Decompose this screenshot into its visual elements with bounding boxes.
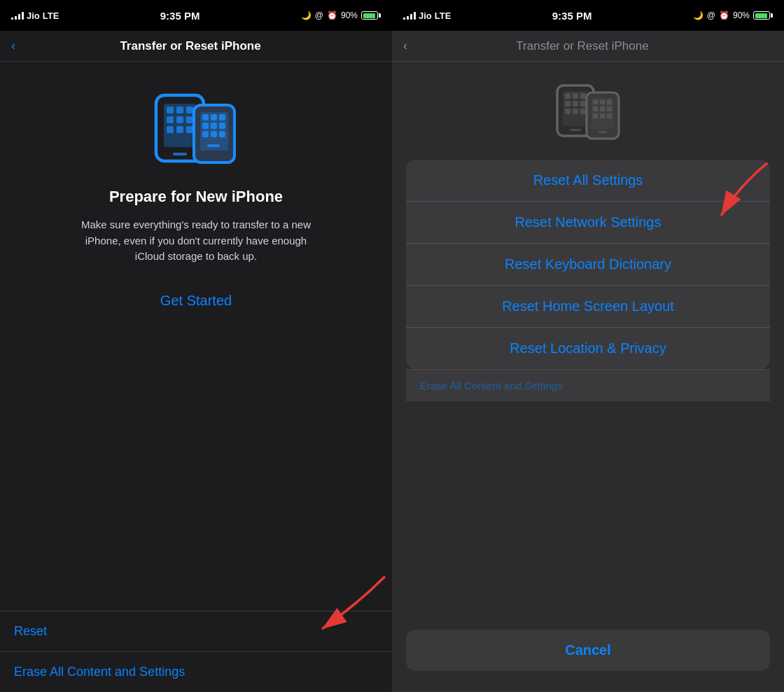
- cancel-button-container: Cancel: [392, 621, 784, 692]
- right-at-icon: @: [707, 11, 715, 20]
- svg-rect-48: [598, 131, 607, 133]
- svg-rect-7: [186, 116, 193, 123]
- reset-label[interactable]: Reset: [14, 624, 47, 639]
- svg-rect-15: [211, 114, 217, 120]
- svg-rect-9: [176, 126, 183, 133]
- reset-home-screen-layout-label: Reset Home Screen Layout: [502, 298, 674, 314]
- svg-rect-42: [593, 106, 598, 111]
- svg-rect-31: [573, 101, 578, 106]
- svg-rect-3: [176, 106, 183, 113]
- svg-rect-8: [167, 126, 174, 133]
- svg-rect-19: [219, 123, 225, 129]
- svg-rect-34: [573, 109, 578, 114]
- svg-rect-43: [600, 106, 605, 111]
- reset-home-screen-layout-item[interactable]: Reset Home Screen Layout: [406, 286, 770, 328]
- right-nav-bar: ‹ Transfer or Reset iPhone: [392, 31, 784, 62]
- left-panel: Jio LTE 9:35 PM 🌙 @ ⏰ 90% ‹ Transfer or …: [0, 0, 392, 692]
- left-nav-title: Transfer or Reset iPhone: [21, 39, 360, 53]
- get-started-button[interactable]: Get Started: [153, 286, 239, 316]
- left-content: Prepare for New iPhone Make sure everyth…: [0, 62, 392, 611]
- reset-network-settings-item[interactable]: Reset Network Settings: [406, 202, 770, 244]
- svg-rect-23: [207, 144, 220, 147]
- left-bottom-section: Reset Erase All Content and Settings: [0, 611, 392, 692]
- right-network-label: LTE: [435, 11, 451, 21]
- svg-rect-28: [573, 93, 578, 99]
- right-signal-bars-icon: [403, 11, 416, 20]
- svg-rect-2: [167, 106, 174, 113]
- reset-options-sheet: Reset All Settings Reset Network Setting…: [406, 160, 770, 369]
- moon-icon: 🌙: [301, 11, 312, 20]
- left-time: 9:35 PM: [160, 10, 200, 22]
- reset-row[interactable]: Reset: [0, 611, 392, 652]
- left-nav-bar: ‹ Transfer or Reset iPhone: [0, 31, 392, 62]
- svg-rect-5: [167, 116, 174, 123]
- svg-rect-41: [607, 99, 612, 104]
- erase-label[interactable]: Erase All Content and Settings: [14, 665, 185, 679]
- svg-rect-4: [186, 106, 193, 113]
- right-erase-label[interactable]: Erase All Content and Settings: [420, 380, 562, 392]
- svg-rect-33: [565, 109, 570, 114]
- svg-rect-36: [570, 129, 581, 131]
- right-back-button[interactable]: ‹: [403, 39, 407, 53]
- right-status-bar: Jio LTE 9:35 PM 🌙 @ ⏰ 90%: [392, 0, 784, 31]
- phones-gray-icon: [553, 76, 623, 146]
- right-content: Reset All Settings Reset Network Setting…: [392, 62, 784, 621]
- reset-keyboard-dictionary-item[interactable]: Reset Keyboard Dictionary: [406, 244, 770, 286]
- reset-location-privacy-item[interactable]: Reset Location & Privacy: [406, 328, 770, 369]
- svg-rect-40: [600, 99, 605, 104]
- left-back-button[interactable]: ‹: [11, 39, 15, 53]
- reset-keyboard-dictionary-label: Reset Keyboard Dictionary: [505, 256, 671, 272]
- svg-rect-39: [593, 99, 598, 104]
- prepare-title: Prepare for New iPhone: [109, 188, 283, 206]
- network-label: LTE: [43, 11, 59, 21]
- left-status-bar: Jio LTE 9:35 PM 🌙 @ ⏰ 90%: [0, 0, 392, 31]
- svg-rect-35: [580, 109, 586, 114]
- svg-rect-45: [593, 113, 598, 118]
- right-time: 9:35 PM: [552, 10, 592, 22]
- svg-rect-16: [219, 114, 225, 120]
- svg-rect-14: [202, 114, 209, 120]
- svg-rect-10: [186, 126, 193, 133]
- svg-rect-21: [211, 131, 217, 137]
- right-panel: Jio LTE 9:35 PM 🌙 @ ⏰ 90% ‹ Transfer or …: [392, 0, 784, 692]
- right-status-left: Jio LTE: [403, 11, 451, 21]
- svg-rect-6: [176, 116, 183, 123]
- right-battery-percent: 90%: [733, 11, 750, 20]
- battery-icon: [361, 11, 381, 20]
- svg-rect-46: [600, 113, 605, 118]
- svg-rect-44: [607, 106, 612, 111]
- left-status-right: 🌙 @ ⏰ 90%: [301, 11, 381, 20]
- svg-rect-47: [607, 113, 612, 118]
- prepare-description: Make sure everything's ready to transfer…: [77, 217, 315, 265]
- svg-rect-30: [565, 101, 570, 106]
- right-battery-icon: [753, 11, 773, 20]
- svg-rect-20: [202, 131, 209, 137]
- svg-rect-29: [580, 93, 586, 99]
- svg-rect-17: [202, 123, 209, 129]
- erase-row[interactable]: Erase All Content and Settings: [0, 652, 392, 692]
- signal-bars-icon: [11, 11, 24, 20]
- left-status-left: Jio LTE: [11, 11, 59, 21]
- reset-all-settings-item[interactable]: Reset All Settings: [406, 160, 770, 202]
- carrier-label: Jio: [27, 11, 40, 21]
- right-moon-icon: 🌙: [693, 11, 704, 20]
- reset-network-settings-label: Reset Network Settings: [515, 214, 662, 230]
- svg-rect-22: [219, 131, 225, 137]
- right-status-right: 🌙 @ ⏰ 90%: [693, 11, 773, 20]
- reset-all-settings-label: Reset All Settings: [533, 172, 643, 188]
- svg-rect-11: [173, 153, 187, 155]
- at-icon: @: [315, 11, 323, 20]
- battery-percent: 90%: [341, 11, 358, 20]
- cancel-button[interactable]: Cancel: [406, 630, 770, 671]
- reset-location-privacy-label: Reset Location & Privacy: [510, 340, 666, 357]
- transfer-icon: [150, 83, 241, 174]
- svg-rect-18: [211, 123, 217, 129]
- right-erase-row[interactable]: Erase All Content and Settings: [406, 369, 770, 401]
- right-carrier-label: Jio: [419, 11, 432, 21]
- right-alarm-icon: ⏰: [719, 11, 729, 20]
- alarm-icon: ⏰: [327, 11, 337, 20]
- svg-rect-27: [565, 93, 570, 99]
- right-nav-title: Transfer or Reset iPhone: [413, 39, 752, 53]
- svg-rect-32: [580, 101, 586, 106]
